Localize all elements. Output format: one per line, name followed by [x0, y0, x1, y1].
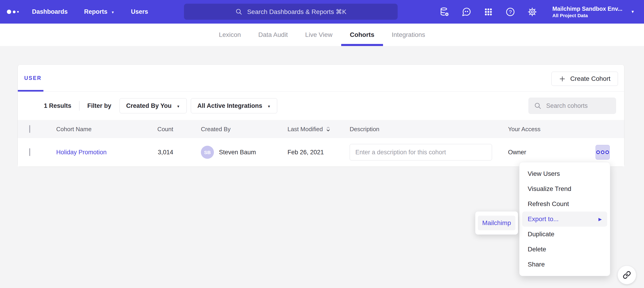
project-chevron-down-icon[interactable]: ▼ [631, 0, 635, 24]
column-header-description: Description [350, 125, 379, 132]
tab-integrations[interactable]: Integrations [383, 24, 434, 46]
avatar: SB [201, 146, 214, 159]
topbar: Dashboards Reports ▼ Users Search Dashbo… [0, 0, 644, 24]
question-mark-glyph: ? [505, 7, 515, 17]
cohort-count: 3,014 [141, 149, 173, 156]
dot [596, 151, 600, 154]
dot [606, 151, 609, 154]
nav-users-label: Users [131, 8, 148, 15]
creator-name: Steven Baum [219, 149, 256, 156]
column-header-created-by[interactable]: Created By [201, 125, 230, 132]
table-header-row: Cohort Name Count Created By Last Modifi… [18, 120, 624, 138]
chat-bubble-glyph [462, 7, 472, 17]
nav-dashboards[interactable]: Dashboards [32, 8, 68, 15]
app-root: Dashboards Reports ▼ Users Search Dashbo… [0, 0, 644, 288]
global-search-input[interactable]: Search Dashboards & Reports ⌘K [184, 4, 398, 20]
tab-data-audit[interactable]: Data Audit [250, 24, 296, 46]
menu-item-delete[interactable]: Delete [520, 242, 610, 257]
tab-cohorts[interactable]: Cohorts [341, 24, 383, 46]
chevron-down-icon: ▼ [177, 105, 180, 108]
link-icon [623, 271, 631, 279]
copy-link-button[interactable] [618, 265, 636, 284]
results-count: 1 Results [44, 102, 71, 109]
feedback-icon[interactable] [461, 7, 472, 17]
filter-toolbar: 1 Results Filter by Created By You ▼ All… [18, 92, 624, 120]
cohorts-card: USER Create Cohort 1 Results Filter by C… [18, 65, 624, 166]
dot [601, 151, 604, 154]
description-input[interactable] [350, 144, 492, 161]
menu-item-visualize-trend[interactable]: Visualize Trend [520, 181, 610, 196]
search-icon [534, 102, 542, 110]
select-all-checkbox[interactable] [29, 125, 30, 133]
global-search-placeholder: Search Dashboards & Reports ⌘K [247, 8, 346, 16]
mixpanel-logo-icon[interactable] [7, 0, 19, 24]
topbar-icon-group: ? [439, 0, 538, 24]
tab-user-cohorts[interactable]: USER [18, 65, 48, 91]
row-checkbox[interactable] [29, 148, 30, 156]
integrations-filter-value: All Active Integrations [198, 102, 262, 109]
create-cohort-label: Create Cohort [570, 75, 610, 82]
chevron-down-icon: ▼ [268, 105, 271, 108]
submenu-arrow-icon: ▶ [598, 217, 602, 222]
nav-reports[interactable]: Reports ▼ [84, 8, 114, 15]
column-header-count[interactable]: Count [141, 125, 173, 132]
cohort-name-link[interactable]: Holiday Promotion [56, 149, 107, 156]
nav-dashboards-label: Dashboards [32, 8, 68, 15]
project-switcher[interactable]: Mailchimp Sandbox Env... All Project Dat… [552, 0, 622, 24]
search-icon [235, 8, 242, 15]
chevron-down-icon: ▼ [111, 11, 114, 14]
project-switcher-text: Mailchimp Sandbox Env... All Project Dat… [552, 5, 622, 19]
logo-dot [17, 11, 19, 13]
column-header-your-access: Your Access [508, 125, 540, 132]
column-header-last-modified[interactable]: Last Modified [288, 125, 331, 132]
last-modified-label: Last Modified [288, 125, 323, 132]
nav-users[interactable]: Users [131, 8, 148, 15]
cohort-type-tabs: USER Create Cohort [18, 65, 624, 92]
gear-glyph [527, 7, 537, 17]
nav-reports-label: Reports [84, 8, 108, 15]
menu-item-duplicate[interactable]: Duplicate [520, 227, 610, 242]
project-scope: All Project Data [552, 12, 622, 19]
created-by-filter-dropdown[interactable]: Created By You ▼ [120, 98, 186, 113]
menu-item-refresh-count[interactable]: Refresh Count [520, 196, 610, 212]
filter-by-label: Filter by [87, 102, 111, 109]
menu-item-view-users[interactable]: View Users [520, 166, 610, 181]
plus-icon [559, 76, 566, 82]
last-modified-date: Feb 26, 2021 [288, 149, 324, 156]
create-cohort-button[interactable]: Create Cohort [552, 72, 618, 86]
integrations-filter-dropdown[interactable]: All Active Integrations ▼ [191, 98, 278, 113]
cohort-search [528, 97, 616, 114]
menu-item-export-to[interactable]: Export to... ▶ [522, 212, 607, 227]
created-by-filter-value: Created By You [126, 102, 172, 109]
export-submenu: Mailchimp [475, 211, 518, 235]
access-level: Owner [508, 149, 526, 156]
data-management-icon[interactable] [439, 7, 450, 17]
project-name: Mailchimp Sandbox Env... [552, 5, 622, 13]
row-actions-menu: View Users Visualize Trend Refresh Count… [519, 162, 610, 276]
tab-live-view[interactable]: Live View [296, 24, 341, 46]
cohort-search-input[interactable] [546, 102, 602, 110]
help-icon[interactable]: ? [505, 7, 516, 17]
logo-dot [13, 11, 16, 13]
submenu-item-mailchimp[interactable]: Mailchimp [478, 216, 515, 230]
column-header-cohort-name[interactable]: Cohort Name [56, 125, 92, 132]
data-management-subnav: Lexicon Data Audit Live View Cohorts Int… [0, 24, 644, 46]
apps-grid-icon[interactable] [483, 7, 494, 17]
logo-dot [7, 10, 11, 14]
row-actions-button[interactable] [596, 145, 610, 160]
tab-lexicon[interactable]: Lexicon [210, 24, 250, 46]
settings-icon[interactable] [527, 7, 538, 17]
svg-text:?: ? [509, 9, 512, 15]
menu-item-share[interactable]: Share [520, 257, 610, 272]
sort-icon [325, 126, 331, 132]
divider [79, 101, 80, 111]
export-to-label: Export to... [528, 215, 558, 223]
database-gear-glyph [440, 7, 450, 17]
top-navigation: Dashboards Reports ▼ Users [32, 0, 148, 24]
grid-glyph [484, 7, 493, 17]
